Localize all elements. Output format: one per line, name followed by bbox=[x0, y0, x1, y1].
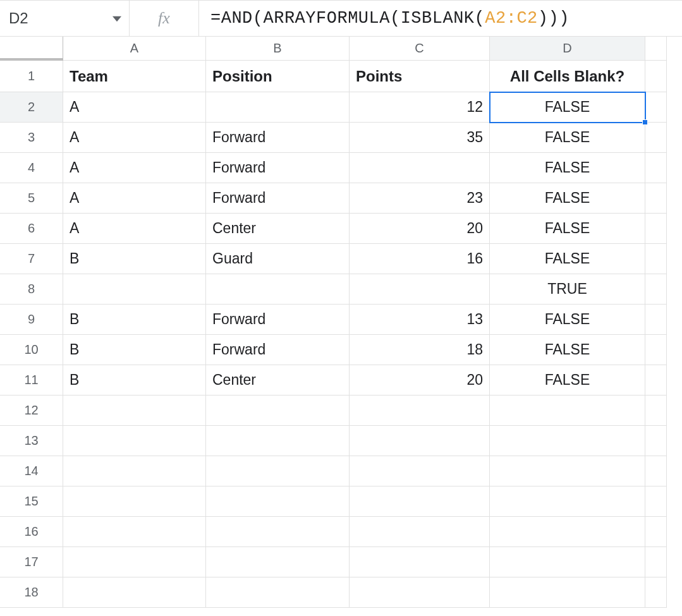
cell-extra-18[interactable] bbox=[645, 577, 667, 608]
select-all-corner[interactable] bbox=[0, 37, 63, 61]
cell-extra-6[interactable] bbox=[645, 214, 667, 244]
cell-extra-7[interactable] bbox=[645, 244, 667, 274]
cell-A5[interactable]: A bbox=[63, 183, 206, 214]
cell-C13[interactable] bbox=[350, 426, 490, 456]
cell-A2[interactable]: A bbox=[63, 92, 206, 123]
cell-B8[interactable] bbox=[206, 274, 350, 305]
cell-C7[interactable]: 16 bbox=[350, 244, 490, 274]
row-header-4[interactable]: 4 bbox=[0, 153, 63, 183]
cell-extra-2[interactable] bbox=[645, 92, 667, 123]
cell-C9[interactable]: 13 bbox=[350, 305, 490, 335]
cell-C4[interactable] bbox=[350, 153, 490, 183]
cell-B15[interactable] bbox=[206, 486, 350, 517]
cell-A17[interactable] bbox=[63, 547, 206, 577]
cell-extra-9[interactable] bbox=[645, 305, 667, 335]
cell-extra-3[interactable] bbox=[645, 123, 667, 153]
cell-C5[interactable]: 23 bbox=[350, 183, 490, 214]
cell-D14[interactable] bbox=[490, 456, 645, 486]
cell-A3[interactable]: A bbox=[63, 123, 206, 153]
cell-D12[interactable] bbox=[490, 396, 645, 426]
cell-B17[interactable] bbox=[206, 547, 350, 577]
cell-D2[interactable]: FALSE bbox=[490, 92, 645, 123]
cell-A13[interactable] bbox=[63, 426, 206, 456]
cell-A14[interactable] bbox=[63, 456, 206, 486]
cell-C1[interactable]: Points bbox=[350, 61, 490, 92]
row-header-11[interactable]: 11 bbox=[0, 365, 63, 396]
selection-fill-handle[interactable] bbox=[642, 119, 648, 125]
cell-C14[interactable] bbox=[350, 456, 490, 486]
cell-D7[interactable]: FALSE bbox=[490, 244, 645, 274]
cell-extra-17[interactable] bbox=[645, 547, 667, 577]
cell-D16[interactable] bbox=[490, 517, 645, 547]
cell-extra-4[interactable] bbox=[645, 153, 667, 183]
cell-D11[interactable]: FALSE bbox=[490, 365, 645, 396]
cell-A15[interactable] bbox=[63, 486, 206, 517]
row-header-7[interactable]: 7 bbox=[0, 244, 63, 274]
col-header-B[interactable]: B bbox=[206, 37, 350, 61]
cell-C17[interactable] bbox=[350, 547, 490, 577]
cell-B4[interactable]: Forward bbox=[206, 153, 350, 183]
cell-B2[interactable] bbox=[206, 92, 350, 123]
row-header-14[interactable]: 14 bbox=[0, 456, 63, 486]
cell-A18[interactable] bbox=[63, 577, 206, 608]
cell-A4[interactable]: A bbox=[63, 153, 206, 183]
cell-C12[interactable] bbox=[350, 396, 490, 426]
name-box[interactable]: D2 bbox=[0, 1, 130, 36]
col-header-A[interactable]: A bbox=[63, 37, 206, 61]
col-header-extra[interactable] bbox=[645, 37, 667, 61]
cell-D17[interactable] bbox=[490, 547, 645, 577]
cell-B11[interactable]: Center bbox=[206, 365, 350, 396]
cell-D5[interactable]: FALSE bbox=[490, 183, 645, 214]
cell-D8[interactable]: TRUE bbox=[490, 274, 645, 305]
cell-B5[interactable]: Forward bbox=[206, 183, 350, 214]
cell-B12[interactable] bbox=[206, 396, 350, 426]
row-header-17[interactable]: 17 bbox=[0, 547, 63, 577]
cell-C16[interactable] bbox=[350, 517, 490, 547]
row-header-16[interactable]: 16 bbox=[0, 517, 63, 547]
cell-extra-12[interactable] bbox=[645, 396, 667, 426]
cell-A10[interactable]: B bbox=[63, 335, 206, 365]
row-header-9[interactable]: 9 bbox=[0, 305, 63, 335]
cell-A8[interactable] bbox=[63, 274, 206, 305]
cell-A11[interactable]: B bbox=[63, 365, 206, 396]
cell-extra-15[interactable] bbox=[645, 486, 667, 517]
cell-extra-10[interactable] bbox=[645, 335, 667, 365]
cell-A9[interactable]: B bbox=[63, 305, 206, 335]
col-header-C[interactable]: C bbox=[350, 37, 490, 61]
name-box-dropdown-icon[interactable] bbox=[113, 9, 121, 27]
cell-C11[interactable]: 20 bbox=[350, 365, 490, 396]
cell-D9[interactable]: FALSE bbox=[490, 305, 645, 335]
cell-extra-11[interactable] bbox=[645, 365, 667, 396]
cell-extra-8[interactable] bbox=[645, 274, 667, 305]
row-header-3[interactable]: 3 bbox=[0, 123, 63, 153]
cell-B18[interactable] bbox=[206, 577, 350, 608]
cell-A16[interactable] bbox=[63, 517, 206, 547]
cell-D18[interactable] bbox=[490, 577, 645, 608]
cell-C3[interactable]: 35 bbox=[350, 123, 490, 153]
cell-B9[interactable]: Forward bbox=[206, 305, 350, 335]
col-header-D[interactable]: D bbox=[490, 37, 645, 61]
cell-B6[interactable]: Center bbox=[206, 214, 350, 244]
row-header-2[interactable]: 2 bbox=[0, 92, 63, 123]
row-header-1[interactable]: 1 bbox=[0, 61, 63, 92]
cell-extra-1[interactable] bbox=[645, 61, 667, 92]
cell-D3[interactable]: FALSE bbox=[490, 123, 645, 153]
row-header-5[interactable]: 5 bbox=[0, 183, 63, 214]
cell-D15[interactable] bbox=[490, 486, 645, 517]
cell-B1[interactable]: Position bbox=[206, 61, 350, 92]
row-header-13[interactable]: 13 bbox=[0, 426, 63, 456]
row-header-10[interactable]: 10 bbox=[0, 335, 63, 365]
row-header-18[interactable]: 18 bbox=[0, 577, 63, 608]
cell-D6[interactable]: FALSE bbox=[490, 214, 645, 244]
cell-D10[interactable]: FALSE bbox=[490, 335, 645, 365]
cell-extra-13[interactable] bbox=[645, 426, 667, 456]
spreadsheet-grid[interactable]: A B C D 1 Team Position Points All Cells… bbox=[0, 37, 682, 608]
formula-input[interactable]: =AND(ARRAYFORMULA(ISBLANK(A2:C2))) bbox=[199, 9, 682, 28]
cell-C2[interactable]: 12 bbox=[350, 92, 490, 123]
row-header-8[interactable]: 8 bbox=[0, 274, 63, 305]
cell-B7[interactable]: Guard bbox=[206, 244, 350, 274]
cell-B16[interactable] bbox=[206, 517, 350, 547]
cell-A6[interactable]: A bbox=[63, 214, 206, 244]
cell-C15[interactable] bbox=[350, 486, 490, 517]
row-header-12[interactable]: 12 bbox=[0, 396, 63, 426]
